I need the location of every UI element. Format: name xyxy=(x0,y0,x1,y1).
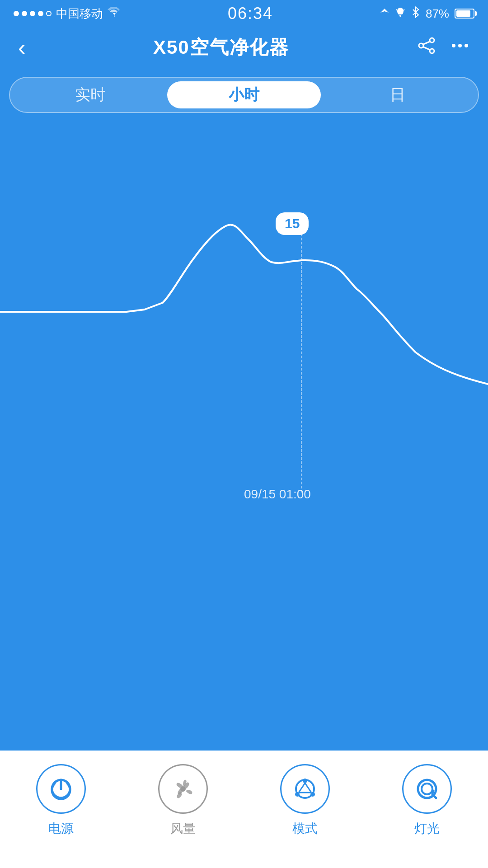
signal-dot-2 xyxy=(22,11,27,16)
page-title: X50空气净化器 xyxy=(153,35,289,60)
signal-dot-3 xyxy=(30,11,35,16)
svg-point-2 xyxy=(419,43,423,48)
fan-button[interactable]: 风量 xyxy=(158,764,208,837)
status-bar: 中国移动 06:34 xyxy=(0,0,488,27)
battery-percent: 87% xyxy=(426,7,449,21)
tab-realtime[interactable]: 实时 xyxy=(14,81,167,108)
svg-point-3 xyxy=(430,49,434,53)
power-icon xyxy=(47,774,75,803)
svg-line-4 xyxy=(423,42,430,44)
status-left: 中国移动 xyxy=(14,6,121,22)
blue-lower xyxy=(0,511,488,714)
fan-icon xyxy=(169,774,197,803)
signal-dot-4 xyxy=(38,11,43,16)
tab-hour[interactable]: 小时 xyxy=(167,81,321,108)
svg-point-7 xyxy=(458,44,462,47)
location-icon xyxy=(380,7,389,21)
status-time: 06:34 xyxy=(228,4,273,23)
signal-dot-1 xyxy=(14,11,19,16)
mode-icon xyxy=(291,774,319,803)
light-icon-circle xyxy=(402,764,452,814)
svg-point-6 xyxy=(452,44,455,47)
svg-line-18 xyxy=(433,795,436,798)
battery-icon xyxy=(455,9,474,19)
light-button[interactable]: 灯光 xyxy=(402,764,452,837)
alarm-icon xyxy=(395,7,406,21)
back-button[interactable]: ‹ xyxy=(18,36,26,59)
tab-bar: 实时 小时 日 xyxy=(9,77,479,113)
share-button[interactable] xyxy=(417,36,436,60)
power-label: 电源 xyxy=(48,820,74,837)
svg-marker-0 xyxy=(380,9,389,13)
wifi-icon xyxy=(108,6,121,21)
mode-icon-circle xyxy=(280,764,330,814)
mode-label: 模式 xyxy=(292,820,318,837)
chart-svg xyxy=(0,122,488,511)
chart-timestamp: 09/15 01:00 xyxy=(244,487,311,502)
carrier-label: 中国移动 xyxy=(56,6,103,22)
tab-day[interactable]: 日 xyxy=(321,81,474,108)
bluetooth-icon xyxy=(411,6,420,21)
status-right: 87% xyxy=(380,6,474,21)
svg-point-17 xyxy=(422,784,432,794)
chart-crosshair xyxy=(301,221,302,493)
light-icon xyxy=(413,774,441,803)
signal-dots xyxy=(14,11,52,16)
power-button[interactable]: 电源 xyxy=(36,764,86,837)
signal-dot-5 xyxy=(46,11,52,16)
light-label: 灯光 xyxy=(414,820,440,837)
chart-area: 15 09/15 01:00 xyxy=(0,122,488,511)
svg-line-5 xyxy=(423,47,430,50)
data-point-label: 15 xyxy=(276,212,309,235)
header: ‹ X50空气净化器 xyxy=(0,27,488,68)
svg-point-1 xyxy=(430,38,434,42)
svg-point-13 xyxy=(303,779,307,783)
header-actions xyxy=(417,36,470,60)
svg-point-8 xyxy=(465,44,468,47)
bottom-toolbar: 电源 风量 模 xyxy=(0,751,488,868)
fan-icon-circle xyxy=(158,764,208,814)
fan-label: 风量 xyxy=(170,820,196,837)
more-button[interactable] xyxy=(450,36,470,60)
mode-button[interactable]: 模式 xyxy=(280,764,330,837)
power-icon-circle xyxy=(36,764,86,814)
